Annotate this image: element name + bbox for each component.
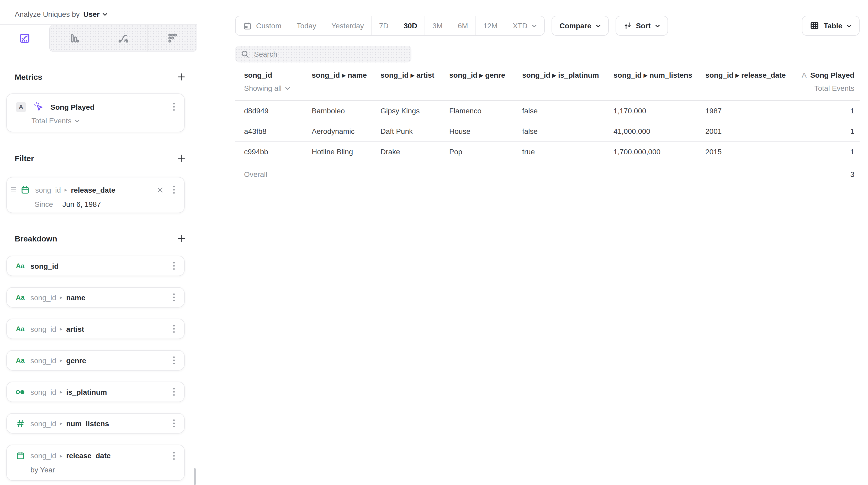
filter-kebab-menu[interactable] bbox=[170, 184, 178, 196]
remove-filter-button[interactable] bbox=[155, 185, 165, 194]
breakdown-card[interactable]: song_id ▸ num_listens bbox=[6, 413, 185, 433]
entity-selector-value: User bbox=[84, 10, 100, 19]
chevron-down-icon bbox=[75, 119, 80, 123]
date-range-xtd[interactable]: XTD bbox=[505, 16, 544, 35]
table-search[interactable] bbox=[235, 46, 411, 62]
sort-button[interactable]: Sort bbox=[616, 16, 668, 36]
drag-handle-icon[interactable] bbox=[11, 187, 16, 192]
chevron-down-icon bbox=[655, 24, 660, 28]
cell-metric-value: 1 bbox=[799, 142, 860, 162]
metric-card[interactable]: A Song Played Total Events bbox=[6, 93, 185, 132]
date-range-label: 12M bbox=[483, 22, 497, 30]
date-range-label: 7D bbox=[379, 22, 389, 30]
tab-metrics-grid[interactable] bbox=[148, 25, 197, 52]
add-metric-button[interactable] bbox=[176, 72, 186, 82]
breakdown-kebab-menu[interactable] bbox=[170, 323, 178, 335]
breakdown-card[interactable]: Aa song_id ▸ name bbox=[6, 287, 185, 308]
cell-song-id: d8d949 bbox=[235, 107, 312, 115]
crumb-parent: song_id bbox=[30, 419, 56, 427]
date-property-icon bbox=[20, 185, 30, 194]
tab-flows[interactable] bbox=[98, 25, 148, 52]
breakdown-kebab-menu[interactable] bbox=[170, 354, 178, 366]
filter-title: Filter bbox=[15, 154, 34, 162]
breakdown-kebab-menu[interactable] bbox=[170, 450, 178, 462]
date-range-12m[interactable]: 12M bbox=[475, 16, 505, 35]
breakdown-kebab-menu[interactable] bbox=[170, 291, 178, 303]
metric-name: Song Played bbox=[810, 71, 855, 79]
breakdown-card[interactable]: song_id ▸ is_platinum bbox=[6, 382, 185, 402]
entity-selector[interactable]: User bbox=[84, 10, 107, 19]
plus-icon bbox=[177, 73, 185, 81]
metric-letter: A bbox=[802, 71, 807, 79]
sidebar-scrollbar-thumb[interactable] bbox=[194, 468, 196, 485]
date-range-label: Custom bbox=[256, 22, 281, 30]
crumb-parent: song_id bbox=[30, 293, 56, 302]
search-input[interactable] bbox=[254, 50, 406, 58]
date-range-3m[interactable]: 3M bbox=[425, 16, 450, 35]
add-breakdown-button[interactable] bbox=[176, 233, 186, 243]
tab-bar-chart[interactable] bbox=[50, 25, 98, 52]
inactive-tab-group bbox=[49, 25, 197, 52]
cell-name: Hotline Bling bbox=[312, 148, 380, 156]
text-type-icon: Aa bbox=[15, 325, 25, 333]
breakdown-card[interactable]: song_id ▸ release_date by Year bbox=[6, 445, 185, 481]
date-range-custom[interactable]: Custom bbox=[236, 16, 289, 35]
column-header-num-listens[interactable]: song_id ▸ num_listens bbox=[614, 66, 705, 100]
breakdown-bucket-selector[interactable]: by Year bbox=[30, 465, 178, 474]
caret-icon: ▸ bbox=[60, 295, 62, 300]
column-header-song-id[interactable]: song_id Showing all bbox=[235, 66, 312, 100]
breakdown-kebab-menu[interactable] bbox=[170, 417, 178, 429]
crumb-parent: song_id bbox=[30, 388, 56, 396]
compare-button[interactable]: Compare bbox=[552, 16, 609, 36]
view-type-button[interactable]: Table bbox=[802, 16, 860, 36]
filter-card[interactable]: song_id ▸ release_date Since Jun 6, 1987 bbox=[6, 177, 185, 213]
cell-num-listens: 41,000,000 bbox=[614, 127, 705, 135]
date-range-6m[interactable]: 6M bbox=[450, 16, 475, 35]
tab-line-chart[interactable] bbox=[0, 25, 49, 52]
cell-num-listens: 1,700,000,000 bbox=[614, 148, 705, 156]
cell-is-platinum: false bbox=[522, 127, 614, 135]
line-chart-icon bbox=[19, 33, 30, 44]
column-header-artist[interactable]: song_id ▸ artist bbox=[380, 66, 449, 100]
filter-condition[interactable]: Since Jun 6, 1987 bbox=[35, 200, 178, 208]
date-range-label: 6M bbox=[458, 22, 468, 30]
column-header-release-date[interactable]: song_id ▸ release_date bbox=[705, 66, 799, 100]
date-range-label: 3M bbox=[432, 22, 443, 30]
showing-all-selector[interactable]: Showing all bbox=[244, 84, 312, 92]
breakdown-card[interactable]: Aa song_id ▸ genre bbox=[6, 350, 185, 370]
caret-icon: ▸ bbox=[60, 326, 62, 332]
crumb-property: release_date bbox=[66, 451, 111, 460]
breakdown-card[interactable]: Aa ▸ song_id bbox=[6, 255, 185, 276]
date-range-yesterday[interactable]: Yesterday bbox=[323, 16, 371, 35]
metric-kebab-menu[interactable] bbox=[170, 101, 178, 113]
crumb-property: artist bbox=[66, 325, 84, 333]
crumb-parent: song_id bbox=[30, 325, 56, 333]
close-icon bbox=[157, 187, 163, 193]
add-filter-button[interactable] bbox=[176, 153, 186, 163]
report-main: Custom Today Yesterday 7D 30D 3M 6M 12M … bbox=[197, 0, 868, 485]
boolean-type-icon bbox=[15, 387, 25, 397]
crumb-parent: song_id bbox=[35, 186, 61, 194]
chevron-down-icon bbox=[596, 24, 601, 28]
metric-letter-badge: A bbox=[16, 101, 26, 112]
column-header-is-platinum[interactable]: song_id ▸ is_platinum bbox=[522, 66, 614, 100]
breakdown-kebab-menu[interactable] bbox=[170, 386, 178, 398]
cell-is-platinum: false bbox=[522, 107, 614, 115]
crumb-parent: song_id bbox=[30, 356, 56, 365]
date-range-7d[interactable]: 7D bbox=[371, 16, 396, 35]
text-type-icon: Aa bbox=[15, 262, 25, 270]
column-header-name[interactable]: song_id ▸ name bbox=[312, 66, 380, 100]
bar-chart-icon bbox=[68, 32, 80, 44]
breakdown-card[interactable]: Aa song_id ▸ artist bbox=[6, 319, 185, 339]
table-grid-icon bbox=[810, 21, 819, 30]
date-range-label: XTD bbox=[513, 22, 527, 30]
column-header-metric[interactable]: A Song Played Total Events bbox=[799, 66, 860, 100]
calendar-icon bbox=[243, 21, 252, 30]
aggregation-selector[interactable]: Total Events bbox=[31, 117, 178, 125]
cell-name: Aerodynamic bbox=[312, 127, 380, 135]
crumb-property: num_listens bbox=[66, 419, 109, 427]
breakdown-kebab-menu[interactable] bbox=[170, 260, 178, 272]
date-range-30d[interactable]: 30D bbox=[396, 16, 425, 35]
date-range-today[interactable]: Today bbox=[289, 16, 323, 35]
column-header-genre[interactable]: song_id ▸ genre bbox=[449, 66, 522, 100]
